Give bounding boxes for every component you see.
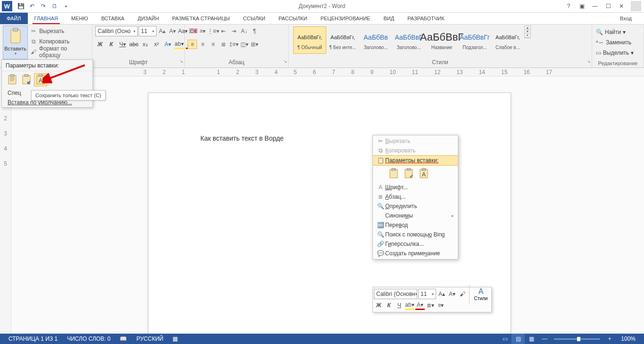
show-marks-icon[interactable]: ¶ — [250, 26, 259, 36]
mini-bullets-icon[interactable]: ≣▾ — [426, 301, 435, 310]
shrink-font-icon[interactable]: A▾ — [168, 26, 177, 36]
style-item[interactable]: АаБбВвГг,¶ Обычный — [293, 26, 326, 54]
style-item[interactable]: АаБбВвГгПодзагол... — [458, 26, 491, 54]
font-name-combo[interactable]: Calibri (Осно▾ — [95, 26, 138, 36]
ctx-hyperlink[interactable]: 🔗Гиперссылка... — [373, 239, 458, 249]
ctx-cut[interactable]: ✂ВВырезатьырезать — [373, 136, 458, 146]
style-item[interactable]: АаБбВвЗаголово... — [359, 26, 392, 54]
paste-button[interactable]: Вставить ▾ — [3, 25, 28, 59]
indent-dec-icon[interactable]: ⇤ — [219, 26, 228, 36]
view-read-icon[interactable]: ▭ — [498, 334, 512, 344]
ctx-translate[interactable]: 🔤Перевод — [373, 220, 458, 230]
para-launcher-icon[interactable]: ↘ — [283, 59, 287, 64]
ctx-paste-options[interactable]: 📋Параметры вставки: — [373, 155, 458, 166]
align-left-icon[interactable]: ≡ — [188, 40, 197, 49]
status-proofing-icon[interactable]: 📖 — [115, 336, 132, 342]
replace-button[interactable]: ᵃ↔Заменить — [596, 38, 634, 47]
style-item[interactable]: АаБбВвГНазвание — [425, 26, 458, 54]
view-web-icon[interactable]: ▦ — [525, 334, 538, 344]
ctx-bing[interactable]: 🔍Поиск с помощью Bing — [373, 230, 458, 239]
tab-menu[interactable]: Меню — [65, 13, 95, 24]
tab-references[interactable]: ССЫЛКИ — [237, 13, 272, 24]
ctx-paragraph[interactable]: ≣Абзац... — [373, 192, 458, 201]
format-painter-button[interactable]: 🖌Формат по образцу — [30, 47, 89, 57]
mini-size-combo[interactable]: 11▾ — [418, 289, 436, 299]
font-size-combo[interactable]: 11▾ — [139, 26, 157, 36]
tab-insert[interactable]: ВСТАВКА — [95, 13, 131, 24]
qat-more-icon[interactable]: ▾ — [60, 0, 72, 12]
paste-keep-source-icon[interactable] — [6, 73, 19, 86]
ctx-comment[interactable]: 💬Создать примечание — [373, 249, 458, 258]
mini-bold[interactable]: Ж — [374, 301, 383, 310]
styles-gallery[interactable]: АаБбВвГг,¶ ОбычныйАаБбВвГг,¶ Без инте...… — [291, 25, 524, 55]
line-spacing-icon[interactable]: ‡≡▾ — [229, 40, 239, 49]
ctx-paste-keep-source-icon[interactable] — [387, 167, 400, 180]
tab-review[interactable]: РЕЦЕНЗИРОВАНИЕ — [314, 13, 377, 24]
mini-font-combo[interactable]: Calibri (Основн▾ — [374, 289, 417, 299]
tab-layout[interactable]: РАЗМЕТКА СТРАНИЦЫ — [165, 13, 236, 24]
copy-button[interactable]: ⧉Копировать — [30, 37, 89, 46]
view-print-icon[interactable]: ▤ — [512, 334, 525, 344]
maximize-icon[interactable]: ☐ — [602, 1, 615, 11]
subscript-button[interactable]: x₂ — [140, 40, 150, 49]
font-launcher-icon[interactable]: ↘ — [180, 59, 183, 64]
new-doc-icon[interactable]: 🗋 — [49, 0, 60, 12]
mini-underline[interactable]: Ч — [395, 301, 404, 310]
style-item[interactable]: АаБбВвГг,Слабое в... — [491, 26, 524, 54]
superscript-button[interactable]: x² — [152, 40, 161, 49]
text-effects-icon[interactable]: A▾ — [163, 40, 173, 49]
mini-numbering-icon[interactable]: ≡▾ — [436, 301, 446, 310]
mini-grow-icon[interactable]: A▴ — [437, 289, 446, 299]
bullets-icon[interactable]: ☰▾ — [188, 26, 197, 36]
select-button[interactable]: ▭Выделить ▾ — [596, 48, 634, 58]
ctx-paste-text-only-icon[interactable]: A — [417, 167, 430, 180]
tab-view[interactable]: ВИД — [377, 13, 401, 24]
save-icon[interactable]: 💾 — [15, 0, 26, 12]
zoom-slider[interactable] — [554, 338, 600, 340]
ctx-define[interactable]: 🔍Определить — [373, 201, 458, 211]
bold-button[interactable]: Ж — [95, 40, 105, 49]
undo-icon[interactable]: ↶ — [26, 0, 38, 12]
close-icon[interactable]: ✕ — [615, 1, 628, 11]
sign-in-link[interactable]: Вход — [620, 13, 644, 24]
status-words[interactable]: ЧИСЛО СЛОВ: 0 — [62, 336, 115, 342]
status-macro-icon[interactable]: ▦ — [168, 336, 182, 342]
mini-italic[interactable]: К — [384, 301, 394, 310]
underline-button[interactable]: Ч▾ — [118, 40, 127, 49]
italic-button[interactable]: К — [107, 40, 116, 49]
ctx-synonyms[interactable]: Синонимы▸ — [373, 211, 458, 220]
ctx-font[interactable]: AШрифт... — [373, 183, 458, 192]
gallery-scroll[interactable]: ▲▼▾ — [524, 25, 531, 38]
mini-shrink-icon[interactable]: A▾ — [447, 289, 457, 299]
tab-mailings[interactable]: РАССЫЛКИ — [272, 13, 314, 24]
ribbon-options-icon[interactable]: ▣ — [575, 1, 588, 11]
ctx-paste-merge-icon[interactable] — [402, 167, 415, 180]
indent-inc-icon[interactable]: ⇥ — [229, 26, 239, 36]
user-badge-icon[interactable] — [631, 1, 641, 11]
borders-icon[interactable]: ⊞▾ — [250, 40, 259, 49]
numbering-icon[interactable]: ≡▾ — [198, 26, 207, 36]
mini-format-painter-icon[interactable]: 🖌 — [458, 289, 467, 299]
find-button[interactable]: 🔍Найти ▾ — [596, 27, 634, 37]
status-language[interactable]: РУССКИЙ — [132, 336, 168, 342]
zoom-out-icon[interactable]: — — [538, 334, 551, 344]
strike-button[interactable]: abc — [129, 40, 139, 49]
align-center-icon[interactable]: ≡ — [198, 40, 207, 49]
tab-developer[interactable]: РАЗРАБОТЧИК — [401, 13, 451, 24]
mini-color-icon[interactable]: A▾ — [415, 301, 425, 310]
help-icon[interactable]: ? — [562, 1, 575, 11]
style-item[interactable]: АаБбВвГг,¶ Без инте... — [326, 26, 359, 54]
align-right-icon[interactable]: ≡ — [208, 40, 218, 49]
redo-icon[interactable]: ↷ — [38, 0, 49, 12]
shading-icon[interactable]: ◫▾ — [239, 40, 249, 49]
paste-merge-icon[interactable] — [20, 73, 33, 86]
cut-button[interactable]: ✂Вырезать — [30, 26, 89, 36]
grow-font-icon[interactable]: A▴ — [157, 26, 167, 36]
multilevel-icon[interactable]: ⋮≡▾ — [208, 26, 218, 36]
mini-styles-button[interactable]: AСтили — [471, 287, 490, 301]
ctx-copy[interactable]: ⧉Копировать — [373, 146, 458, 155]
mini-highlight-icon[interactable]: ab▾ — [405, 301, 414, 310]
styles-launcher-icon[interactable]: ↘ — [587, 59, 591, 64]
zoom-in-icon[interactable]: + — [603, 334, 616, 344]
justify-icon[interactable]: ≣ — [219, 40, 228, 49]
